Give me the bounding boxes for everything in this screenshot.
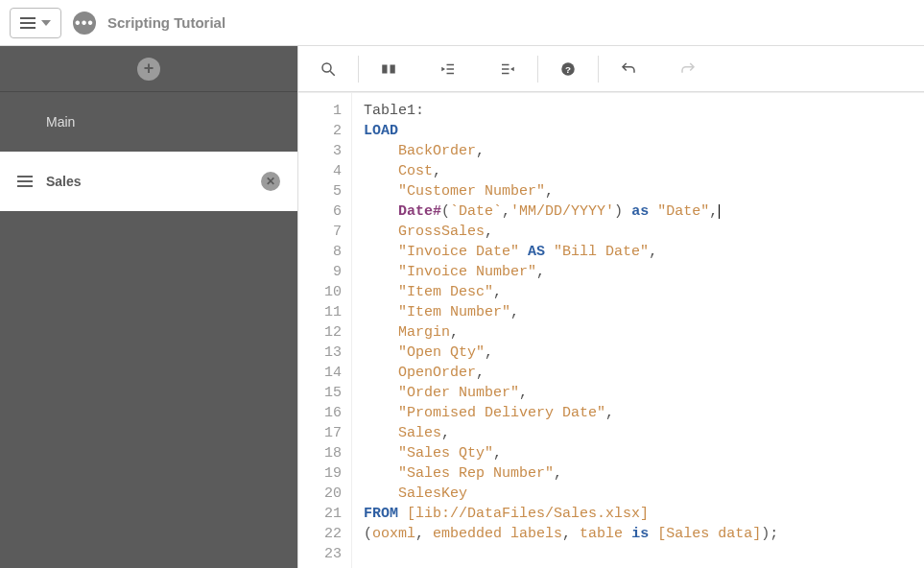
svg-line-1 [330,71,335,76]
code-line[interactable]: Cost, [364,161,924,181]
code-line[interactable]: Table1: [364,101,924,121]
code-line[interactable]: "Invoice Number", [364,262,924,282]
help-icon: ? [559,60,577,78]
hamburger-icon [20,14,36,32]
comment-icon [380,60,397,78]
svg-rect-2 [382,64,387,73]
app-icon: ••• [73,12,96,35]
line-number: 14 [298,363,342,383]
svg-marker-11 [510,66,514,71]
sidebar: + Main Sales ✕ [0,46,297,568]
code-line[interactable] [364,544,924,564]
section-item-sales[interactable]: Sales ✕ [0,152,297,211]
code-editor[interactable]: 1234567891011121314151617181920212223 Ta… [298,92,924,568]
svg-point-0 [322,63,331,72]
code-line[interactable]: "Customer Number", [364,181,924,201]
line-number: 9 [298,262,342,282]
editor-area: ? 1234567891011121314151617181920212223 … [297,46,924,568]
line-number: 15 [298,383,342,403]
drag-handle-icon [17,173,33,190]
code-line[interactable]: LOAD [364,121,924,141]
line-gutter: 1234567891011121314151617181920212223 [298,93,352,568]
line-number: 21 [298,504,342,524]
code-line[interactable]: "Promised Delivery Date", [364,403,924,423]
code-line[interactable]: OpenOrder, [364,363,924,383]
code-line[interactable]: "Item Desc", [364,282,924,302]
section-label: Main [17,114,280,130]
line-number: 1 [298,101,342,121]
menu-button[interactable] [10,8,61,38]
line-number: 4 [298,161,342,181]
code-line[interactable]: BackOrder, [364,141,924,161]
svg-text:?: ? [565,63,571,74]
code-line[interactable]: Sales, [364,423,924,443]
line-number: 3 [298,141,342,161]
top-bar: ••• Scripting Tutorial [0,0,924,46]
undo-icon [620,60,637,78]
section-label: Sales [46,174,261,189]
line-number: 8 [298,242,342,262]
code-line[interactable]: Margin, [364,322,924,343]
search-button[interactable] [298,46,358,92]
chevron-down-icon [41,20,51,26]
code-line[interactable]: GrossSales, [364,222,924,242]
line-number: 10 [298,282,342,302]
help-button[interactable]: ? [538,46,598,92]
line-number: 22 [298,524,342,544]
line-number: 11 [298,302,342,322]
svg-rect-3 [391,64,395,73]
line-number: 16 [298,403,342,423]
code-line[interactable]: "Invoice Date" AS "Bill Date", [364,242,924,262]
redo-button[interactable] [658,46,718,92]
code-line[interactable]: "Order Number", [364,383,924,403]
editor-toolbar: ? [298,46,924,92]
outdent-icon [499,60,516,78]
section-item-main[interactable]: Main [0,92,297,152]
line-number: 18 [298,443,342,463]
line-number: 19 [298,463,342,484]
sidebar-header: + [0,46,297,92]
indent-button[interactable] [418,46,478,92]
code-line[interactable]: "Sales Rep Number", [364,463,924,484]
line-number: 5 [298,181,342,201]
line-number: 6 [298,201,342,222]
outdent-button[interactable] [478,46,537,92]
line-number: 23 [298,544,342,564]
code-line[interactable]: "Item Number", [364,302,924,322]
code-line[interactable]: (ooxml, embedded labels, table is [Sales… [364,524,924,544]
line-number: 12 [298,322,342,343]
code-line[interactable]: FROM [lib://DataFiles/Sales.xlsx] [364,504,924,524]
indent-icon [439,60,457,78]
line-number: 13 [298,343,342,363]
svg-marker-7 [441,66,445,71]
code-line[interactable]: "Sales Qty", [364,443,924,463]
code-line[interactable]: "Open Qty", [364,343,924,363]
redo-icon [679,60,697,78]
code-line[interactable]: SalesKey [364,484,924,504]
undo-button[interactable] [599,46,658,92]
code-line[interactable]: Date#(`Date`,'MM/DD/YYYY') as "Date", [364,201,924,222]
app-title: Scripting Tutorial [107,14,225,31]
line-number: 2 [298,121,342,141]
line-number: 17 [298,423,342,443]
close-section-button[interactable]: ✕ [261,172,280,191]
line-number: 20 [298,484,342,504]
add-section-button[interactable]: + [137,58,160,81]
code-content[interactable]: Table1:LOAD BackOrder, Cost, "Customer N… [352,93,924,568]
line-number: 7 [298,222,342,242]
comment-button[interactable] [359,46,418,92]
search-icon [320,60,337,78]
